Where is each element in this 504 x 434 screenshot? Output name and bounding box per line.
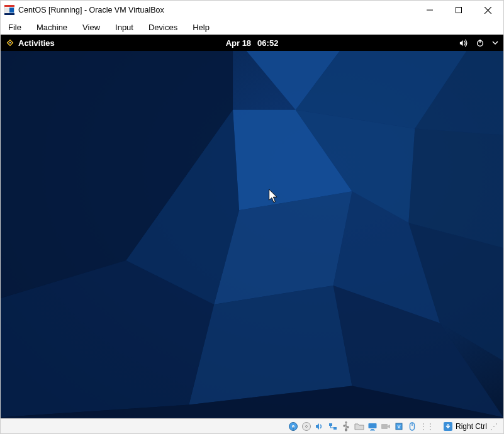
harddisk-icon[interactable] <box>288 421 299 432</box>
menu-view[interactable]: View <box>77 21 105 33</box>
desktop-wallpaper <box>1 35 503 417</box>
svg-rect-4 <box>9 8 14 13</box>
virtualbox-window: CentOS [Running] - Oracle VM VirtualBox … <box>0 0 504 434</box>
audio-icon[interactable] <box>314 421 325 432</box>
svg-rect-2 <box>4 13 14 15</box>
display-icon[interactable] <box>367 421 378 432</box>
svg-rect-33 <box>347 426 349 428</box>
mouse-integration-icon[interactable] <box>406 421 418 432</box>
menu-machine[interactable]: Machine <box>31 21 72 33</box>
svg-point-28 <box>305 425 307 427</box>
usb-icon[interactable] <box>340 421 352 432</box>
svg-point-22 <box>9 42 11 43</box>
clock[interactable]: Apr 18 06:52 <box>226 38 279 48</box>
svg-rect-34 <box>368 423 376 428</box>
recording-icon[interactable] <box>380 421 391 432</box>
activities-label: Activities <box>18 38 55 48</box>
svg-rect-36 <box>370 430 375 430</box>
network-icon[interactable] <box>327 421 339 432</box>
close-button[interactable] <box>473 1 502 19</box>
clock-time: 06:52 <box>257 38 278 48</box>
menu-input[interactable]: Input <box>110 21 138 33</box>
svg-text:V: V <box>398 425 401 429</box>
statusbar-separator: ⋮⋮ <box>420 422 437 431</box>
maximize-button[interactable] <box>444 1 473 19</box>
svg-rect-26 <box>293 426 293 430</box>
host-key-label: Right Ctrl <box>456 422 487 431</box>
menu-help[interactable]: Help <box>188 21 215 33</box>
power-icon[interactable] <box>476 38 484 47</box>
optical-disc-icon[interactable] <box>301 421 312 432</box>
shared-folder-icon[interactable] <box>354 421 365 432</box>
hostkey-capture-icon <box>443 421 453 431</box>
system-tray[interactable] <box>459 38 498 48</box>
caret-down-icon[interactable] <box>492 40 498 46</box>
statusbar: V ⋮⋮ Right Ctrl ⋰ <box>1 418 503 433</box>
resize-grip[interactable]: ⋰ <box>490 422 501 431</box>
cpu-icon[interactable]: V <box>393 421 405 432</box>
svg-rect-1 <box>4 5 14 7</box>
virtualbox-app-icon <box>4 5 14 15</box>
activities-button[interactable]: Activities <box>6 38 55 48</box>
guest-viewport[interactable]: Activities Apr 18 06:52 <box>1 35 503 418</box>
svg-rect-29 <box>329 423 332 426</box>
svg-rect-5 <box>456 8 462 13</box>
window-title: CentOS [Running] - Oracle VM VirtualBox <box>18 6 164 14</box>
host-key-indicator[interactable]: Right Ctrl <box>443 421 487 431</box>
clock-date: Apr 18 <box>226 38 251 48</box>
svg-rect-35 <box>371 429 374 430</box>
menu-devices[interactable]: Devices <box>143 21 182 33</box>
svg-point-32 <box>344 425 345 426</box>
gnome-top-bar: Activities Apr 18 06:52 <box>1 35 503 51</box>
menu-file[interactable]: File <box>3 21 26 33</box>
svg-rect-37 <box>381 424 388 429</box>
minimize-button[interactable] <box>415 1 444 19</box>
menubar: File Machine View Input Devices Help <box>1 19 503 35</box>
centos-logo-icon <box>6 38 14 47</box>
volume-icon[interactable] <box>459 38 468 48</box>
svg-point-31 <box>345 429 347 431</box>
window-titlebar[interactable]: CentOS [Running] - Oracle VM VirtualBox <box>1 1 503 19</box>
